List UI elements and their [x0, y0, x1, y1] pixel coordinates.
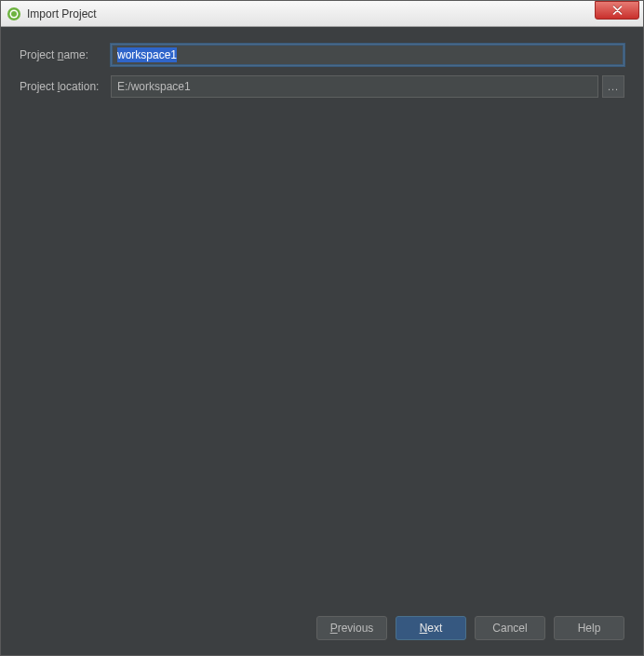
browse-button[interactable]: ...	[602, 75, 624, 98]
close-button[interactable]	[595, 1, 639, 20]
project-location-value: E:/workspace1	[117, 80, 191, 93]
previous-button[interactable]: Previous	[316, 616, 387, 640]
project-name-value: workspace1	[117, 47, 177, 62]
close-icon	[612, 6, 623, 15]
content-spacer	[20, 107, 624, 607]
project-name-row: Project name: workspace1	[20, 44, 624, 66]
app-icon	[7, 7, 21, 21]
project-name-input[interactable]: workspace1	[111, 44, 624, 66]
cancel-button[interactable]: Cancel	[475, 616, 545, 640]
project-location-row: Project location: E:/workspace1 ...	[20, 75, 624, 98]
help-button[interactable]: Help	[554, 616, 624, 640]
titlebar[interactable]: Import Project	[1, 1, 643, 27]
project-location-input[interactable]: E:/workspace1	[111, 75, 598, 98]
import-project-dialog: Import Project Project name: workspace1 …	[0, 0, 644, 656]
ellipsis-icon: ...	[608, 81, 619, 92]
button-bar: Previous Next Cancel Help	[20, 607, 624, 644]
dialog-content: Project name: workspace1 Project locatio…	[1, 27, 643, 655]
svg-point-2	[11, 11, 17, 17]
next-button[interactable]: Next	[396, 616, 466, 640]
project-location-label: Project location:	[20, 80, 111, 93]
window-title: Import Project	[27, 7, 641, 20]
project-name-label: Project name:	[20, 48, 111, 61]
